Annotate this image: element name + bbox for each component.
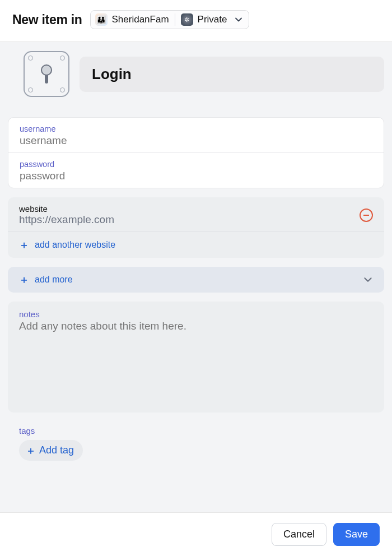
vault-separator [175,13,175,26]
username-label: username [20,124,372,133]
add-website-button[interactable]: ＋ add another website [8,232,384,258]
chevron-down-icon [234,15,243,24]
cancel-button[interactable]: Cancel [272,523,326,546]
vault-group: ✲ Private [181,13,227,26]
account-avatar-icon: 👪 [95,13,108,26]
website-value: https://example.com [19,214,360,226]
notes-textarea[interactable] [19,320,373,404]
username-input[interactable] [20,135,372,147]
add-more-button[interactable]: ＋ add more [8,267,384,293]
vault-picker[interactable]: 👪 SheridanFam ✲ Private [90,10,249,29]
vault-name: Private [198,14,227,25]
category-row: Login [0,42,392,101]
website-section: website https://example.com ＋ add anothe… [8,197,384,258]
main-content: Login username password website https://… [0,42,392,512]
add-tag-label: Add tag [39,444,74,456]
chevron-down-icon [363,275,373,285]
category-icon[interactable] [24,51,69,97]
add-website-label: add another website [35,240,115,250]
website-label: website [19,204,360,214]
page-title: New item in [12,12,82,27]
save-button[interactable]: Save [333,523,380,546]
header: New item in 👪 SheridanFam ✲ Private [0,0,392,42]
plus-icon: ＋ [19,275,29,285]
website-row[interactable]: website https://example.com [8,197,384,231]
tags-section: tags ＋ Add tag [19,426,384,461]
username-field[interactable]: username [8,118,384,153]
vault-avatar-icon: ✲ [181,13,193,26]
notes-label: notes [19,309,373,319]
add-more-label: add more [35,275,73,285]
plus-icon: ＋ [19,240,29,250]
footer: Cancel Save [0,512,392,556]
plus-icon: ＋ [26,446,36,456]
item-title: Login [92,66,372,83]
keyhole-icon [41,64,52,84]
add-tag-button[interactable]: ＋ Add tag [19,440,83,461]
notes-section[interactable]: notes [8,302,384,413]
password-input[interactable] [20,170,372,182]
credentials-card: username password [8,117,384,188]
account-name: SheridanFam [112,14,169,25]
minus-icon [363,215,369,216]
password-label: password [20,160,372,169]
item-title-field[interactable]: Login [80,57,384,92]
account-group: 👪 SheridanFam [95,13,169,26]
remove-website-button[interactable] [360,208,373,222]
password-field[interactable]: password [8,153,384,188]
tags-label: tags [19,426,384,435]
